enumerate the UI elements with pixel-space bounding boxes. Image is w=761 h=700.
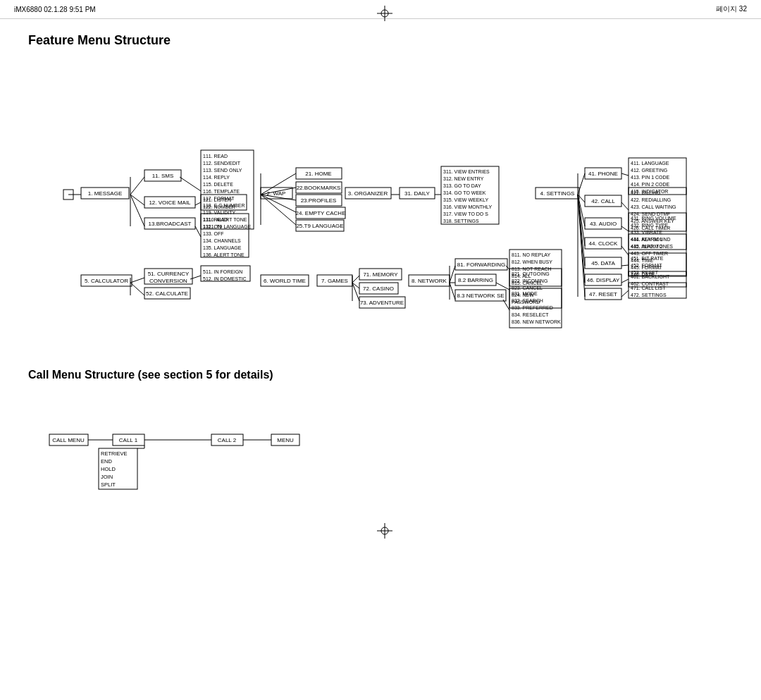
crosshair-bottom	[377, 523, 392, 540]
svg-text:511. IN FOREIGN: 511. IN FOREIGN	[203, 269, 242, 274]
svg-text:314. GO TO WEEK: 314. GO TO WEEK	[443, 190, 486, 195]
svg-text:24. EMPTY CACHE: 24. EMPTY CACHE	[296, 210, 346, 216]
svg-text:135. LANGUAGE: 135. LANGUAGE	[203, 245, 242, 250]
svg-line-4	[130, 177, 144, 195]
svg-text:422.  REDIALLING: 422. REDIALLING	[631, 197, 671, 202]
header-left: iMX6880 02.1.28 9:51 PM	[14, 6, 96, 13]
svg-line-22	[190, 276, 201, 279]
svg-text:41. PHONE: 41. PHONE	[588, 171, 618, 177]
svg-text:5. CALCULATOR: 5. CALCULATOR	[85, 278, 128, 284]
svg-text:47. RESET: 47. RESET	[589, 291, 617, 297]
svg-text:81. FORWARDING: 81. FORWARDING	[457, 262, 505, 268]
svg-text:23.PROFILES: 23.PROFILES	[301, 197, 337, 204]
svg-text:812. WHEN BUSY: 812. WHEN BUSY	[512, 259, 552, 264]
svg-text:311. VIEW ENTRIES: 311. VIEW ENTRIES	[443, 169, 490, 174]
svg-text:13.BROADCAST: 13.BROADCAST	[149, 221, 192, 227]
svg-text:42. CALL: 42. CALL	[591, 198, 615, 204]
svg-line-20	[130, 283, 144, 295]
crosshair-top	[377, 6, 392, 23]
svg-text:115. DELETE: 115. DELETE	[203, 182, 233, 187]
svg-text:45. DATA: 45. DATA	[591, 260, 615, 266]
svg-text:51. CURRENCY: 51. CURRENCY	[148, 271, 190, 277]
svg-text:112. SEND/EDIT: 112. SEND/EDIT	[203, 161, 241, 166]
call-diagram: CALL MENU CALL 1 RETRIEVE END HOLD JOIN …	[28, 392, 451, 491]
svg-text:461.  BACKLIGHT: 461. BACKLIGHT	[631, 274, 670, 279]
svg-text:442.  ALARM 2: 442. ALARM 2	[631, 244, 662, 249]
svg-line-43	[621, 202, 629, 210]
svg-text:1. MESSAGE: 1. MESSAGE	[88, 190, 122, 197]
svg-text:832. SEARCH: 832. SEARCH	[512, 298, 543, 303]
svg-line-29	[450, 283, 455, 300]
svg-text:431.  RING VOLUME: 431. RING VOLUME	[631, 216, 676, 221]
svg-text:423.  CALL WAITING: 423. CALL WAITING	[631, 204, 676, 209]
svg-text:52. CALCULATE: 52. CALCULATE	[146, 290, 188, 297]
svg-text:131. READ: 131. READ	[203, 217, 228, 222]
svg-line-42	[621, 173, 629, 176]
svg-text:CALL 2: CALL 2	[218, 437, 237, 443]
svg-line-47	[621, 279, 629, 283]
page-content: Feature Menu Structure	[0, 19, 761, 505]
svg-text:END: END	[101, 458, 112, 465]
svg-text:414.  PIN 2 CODE: 414. PIN 2 CODE	[631, 182, 670, 187]
call-title: Call Menu Structure (see section 5 for d…	[28, 369, 733, 381]
svg-text:413.  PIN 1 CODE: 413. PIN 1 CODE	[631, 175, 670, 180]
svg-text:411.  LANGUAGE: 411. LANGUAGE	[631, 161, 669, 166]
svg-text:119. VALIDITY: 119. VALIDITY	[203, 210, 236, 215]
svg-text:RETRIEVE: RETRIEVE	[101, 450, 128, 457]
svg-text:114. REPLY: 114. REPLY	[203, 175, 230, 180]
svg-text:72. CASINO: 72. CASINO	[363, 285, 394, 292]
svg-text:316. VIEW MONTHLY: 316. VIEW MONTHLY	[443, 204, 492, 209]
svg-text:134. CHANNELS: 134. CHANNELS	[203, 238, 241, 243]
svg-text:8.2 BARRING: 8.2 BARRING	[458, 277, 493, 283]
svg-text:318. SETTINGS: 318. SETTINGS	[443, 219, 479, 223]
svg-text:73. ADVENTURE: 73. ADVENTURE	[360, 300, 404, 306]
svg-text:471.  CALL LIST: 471. CALL LIST	[631, 285, 666, 290]
feature-diagram: 1. MESSAGE 11. SMS 12. VOICE MAIL 13.BRO…	[28, 59, 719, 355]
svg-text:512. IN DOMESTIC: 512. IN DOMESTIC	[203, 276, 246, 281]
svg-line-10	[195, 226, 201, 237]
svg-line-8	[180, 177, 201, 191]
feature-svg: 1. MESSAGE 11. SMS 12. VOICE MAIL 13.BRO…	[28, 59, 719, 348]
svg-text:71. MEMORY: 71. MEMORY	[363, 271, 398, 278]
svg-text:136. ALERT TONE: 136. ALERT TONE	[203, 252, 245, 257]
svg-text:CALL MENU: CALL MENU	[52, 437, 85, 443]
svg-text:JOIN: JOIN	[101, 474, 113, 480]
svg-text:317. VIEW TO DO S: 317. VIEW TO DO S	[443, 211, 488, 216]
svg-text:421.  BILLING: 421. BILLING	[631, 190, 660, 195]
svg-text:HOLD: HOLD	[101, 466, 116, 472]
header-right: 페이지 32	[716, 4, 747, 14]
svg-text:21. HOME: 21. HOME	[305, 171, 331, 177]
svg-text:822. INCOMING: 822. INCOMING	[512, 278, 547, 283]
svg-text:MENU: MENU	[277, 437, 294, 443]
svg-text:412.  GREETING: 412. GREETING	[631, 168, 667, 173]
svg-line-46	[621, 265, 629, 266]
svg-line-23	[352, 276, 359, 283]
svg-text:CONVERSION: CONVERSION	[149, 278, 187, 284]
svg-text:CALL 1: CALL 1	[119, 437, 138, 443]
svg-line-19	[130, 278, 144, 283]
svg-text:833. PREFERRED: 833. PREFERRED	[512, 305, 553, 310]
svg-text:122. NUMBER: 122. NUMBER	[203, 204, 235, 209]
svg-text:43. AUDIO: 43. AUDIO	[590, 221, 617, 227]
svg-text:116. TEMPLATE: 116. TEMPLATE	[203, 189, 240, 194]
svg-text:SPLIT: SPLIT	[101, 481, 116, 488]
svg-text:7. GAMES: 7. GAMES	[321, 278, 348, 284]
svg-line-6	[130, 195, 144, 226]
svg-text:432.  RING TYPE: 432. RING TYPE	[631, 223, 669, 228]
svg-text:313. GO TO DAY: 313. GO TO DAY	[443, 183, 481, 188]
svg-line-32	[496, 283, 509, 290]
svg-text:836. NEW NETWORK: 836. NEW NETWORK	[512, 319, 561, 324]
svg-line-45	[621, 246, 629, 255]
call-svg: CALL MENU CALL 1 RETRIEVE END HOLD JOIN …	[28, 392, 451, 484]
svg-line-9	[195, 202, 201, 205]
svg-text:44. CLOCK: 44. CLOCK	[589, 240, 619, 247]
svg-text:441.  ALARM 1: 441. ALARM 1	[631, 237, 662, 242]
svg-text:811. NO REPLAY: 811. NO REPLAY	[512, 252, 550, 257]
svg-text:831. MODE: 831. MODE	[512, 291, 538, 296]
svg-text:133. OFF: 133. OFF	[203, 231, 224, 236]
svg-text:121. LISTEN: 121. LISTEN	[203, 197, 231, 202]
svg-text:6. WORLD TIME: 6. WORLD TIME	[264, 278, 306, 284]
svg-text:472.  SETTINGS: 472. SETTINGS	[631, 293, 667, 297]
svg-text:8. NETWORK: 8. NETWORK	[412, 278, 447, 284]
svg-text:46. DISPLAY: 46. DISPLAY	[587, 277, 620, 283]
